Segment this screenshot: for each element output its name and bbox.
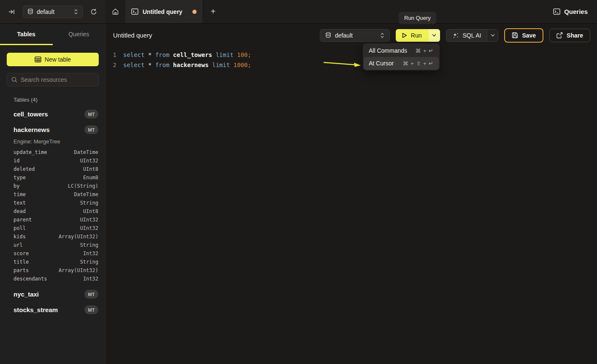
share-external-icon	[556, 32, 563, 38]
column-row[interactable]: scoreInt32	[14, 249, 98, 258]
table-row[interactable]: hackernewsMT	[14, 125, 98, 134]
menu-item-label: At Cursor	[369, 60, 394, 67]
column-name: id	[14, 156, 19, 165]
collapse-sidebar-button[interactable]	[6, 6, 18, 18]
table-name: hackernews	[14, 126, 50, 133]
engine-badge: MT	[84, 290, 98, 299]
new-tab-button[interactable]: +	[203, 0, 223, 23]
run-options-caret[interactable]	[429, 29, 440, 42]
search-icon	[11, 77, 17, 83]
home-button[interactable]	[105, 0, 125, 23]
column-type: Enum8	[83, 173, 98, 182]
column-type: UInt8	[83, 165, 98, 173]
save-button[interactable]: Save	[504, 28, 543, 43]
column-row[interactable]: update_timeDateTime	[14, 148, 98, 156]
query-toolbar: Untitled query default	[105, 24, 597, 46]
column-row[interactable]: partsArray(UInt32)	[14, 266, 98, 275]
tables-list: cell_towersMThackernewsMTEngine: MergeTr…	[0, 110, 105, 314]
queries-terminal-icon	[553, 8, 560, 15]
table-grid-icon	[35, 57, 41, 62]
column-name: parent	[14, 216, 32, 224]
sidebar-tab-queries[interactable]: Queries	[53, 24, 105, 44]
refresh-button[interactable]	[88, 6, 100, 18]
toolbar-actions: default Run	[320, 28, 590, 43]
column-row[interactable]: typeEnum8	[14, 173, 98, 182]
sql-editor[interactable]: 1select * from cell_towers limit 100;2se…	[105, 46, 597, 364]
column-row[interactable]: kidsArray(UInt32)	[14, 232, 98, 241]
column-type: DateTime	[74, 148, 98, 156]
engine-badge: MT	[84, 305, 98, 314]
queries-button-label: Queries	[564, 8, 588, 15]
column-row[interactable]: timeDateTime	[14, 190, 98, 199]
code-line[interactable]: 2select * from hackernews limit 1000;	[105, 60, 597, 70]
share-button[interactable]: Share	[549, 29, 590, 42]
run-button-label: Run	[411, 32, 422, 39]
table-name: stocks_stream	[14, 306, 58, 313]
toolbar-database-selector[interactable]: default	[320, 29, 390, 42]
column-row[interactable]: deletedUInt8	[14, 165, 98, 173]
sidebar: Tables Queries New table Tables (4) cell…	[0, 24, 105, 364]
sql-ai-button[interactable]: SQL AI	[446, 30, 487, 41]
column-type: UInt32	[80, 156, 98, 165]
column-name: by	[14, 182, 19, 190]
column-name: dead	[14, 207, 26, 216]
updown-chevron-icon	[380, 32, 384, 38]
table-row[interactable]: cell_towersMT	[14, 110, 98, 119]
menu-item-at-cursor[interactable]: At Cursor⌘ + ⇧ + ↵	[364, 57, 439, 70]
menu-item-shortcut: ⌘ + ⇧ + ↵	[403, 60, 434, 67]
topbar-database-selector[interactable]: default	[23, 5, 83, 18]
database-icon	[27, 8, 33, 15]
updown-chevron-icon	[74, 9, 78, 15]
menu-item-all-commands[interactable]: All Commands⌘ + ↵	[364, 44, 439, 57]
terminal-icon	[131, 8, 138, 15]
column-row[interactable]: byLC(String)	[14, 182, 98, 190]
column-row[interactable]: pollUInt32	[14, 224, 98, 232]
column-name: kids	[14, 232, 26, 241]
column-type: String	[80, 258, 98, 266]
column-row[interactable]: descendantsInt32	[14, 275, 98, 283]
new-table-button[interactable]: New table	[7, 53, 99, 66]
search-resources-input[interactable]	[21, 76, 94, 83]
column-row[interactable]: parentUInt32	[14, 216, 98, 224]
column-name: score	[14, 249, 29, 258]
column-name: poll	[14, 224, 26, 232]
column-row[interactable]: titleString	[14, 258, 98, 266]
toolbar-database-value: default	[335, 32, 376, 39]
chevron-down-icon	[491, 34, 495, 37]
menu-item-shortcut: ⌘ + ↵	[415, 48, 434, 54]
sidebar-tab-tables[interactable]: Tables	[0, 24, 53, 44]
tab-label: Untitled query	[143, 8, 188, 15]
column-type: UInt8	[83, 207, 98, 216]
sql-ai-label: SQL AI	[463, 32, 481, 39]
column-name: deleted	[14, 165, 35, 173]
sql-ai-caret[interactable]	[487, 30, 498, 41]
column-row[interactable]: textString	[14, 199, 98, 207]
run-query-tooltip: Run Query	[399, 12, 436, 24]
home-icon	[112, 8, 119, 15]
share-button-label: Share	[567, 32, 583, 39]
column-type: Array(UInt32)	[59, 266, 98, 275]
engine-badge: MT	[84, 125, 98, 134]
table-row[interactable]: stocks_streamMT	[14, 305, 98, 314]
column-row[interactable]: urlString	[14, 241, 98, 249]
table-row[interactable]: nyc_taxiMT	[14, 290, 98, 299]
sql-ai-split-button: SQL AI	[446, 29, 499, 42]
engine-badge: MT	[84, 110, 98, 119]
run-button[interactable]: Run	[396, 29, 429, 42]
line-number: 1	[105, 50, 116, 60]
sparkles-icon	[452, 32, 459, 39]
column-name: title	[14, 258, 29, 266]
top-bar-left: default	[0, 0, 105, 23]
tab-untitled-query[interactable]: Untitled query	[125, 0, 203, 23]
column-row[interactable]: deadUInt8	[14, 207, 98, 216]
run-split-button: Run	[396, 29, 440, 42]
save-floppy-icon	[512, 32, 518, 38]
column-type: Int32	[83, 249, 98, 258]
sidebar-tabs: Tables Queries	[0, 24, 105, 44]
play-icon	[402, 32, 407, 38]
column-row[interactable]: idUInt32	[14, 156, 98, 165]
table-columns: update_timeDateTimeidUInt32deletedUInt8t…	[14, 148, 98, 283]
code-line[interactable]: 1select * from cell_towers limit 100;	[105, 50, 597, 60]
queries-button[interactable]: Queries	[553, 8, 588, 15]
tables-section-title: Tables (4)	[14, 97, 105, 103]
